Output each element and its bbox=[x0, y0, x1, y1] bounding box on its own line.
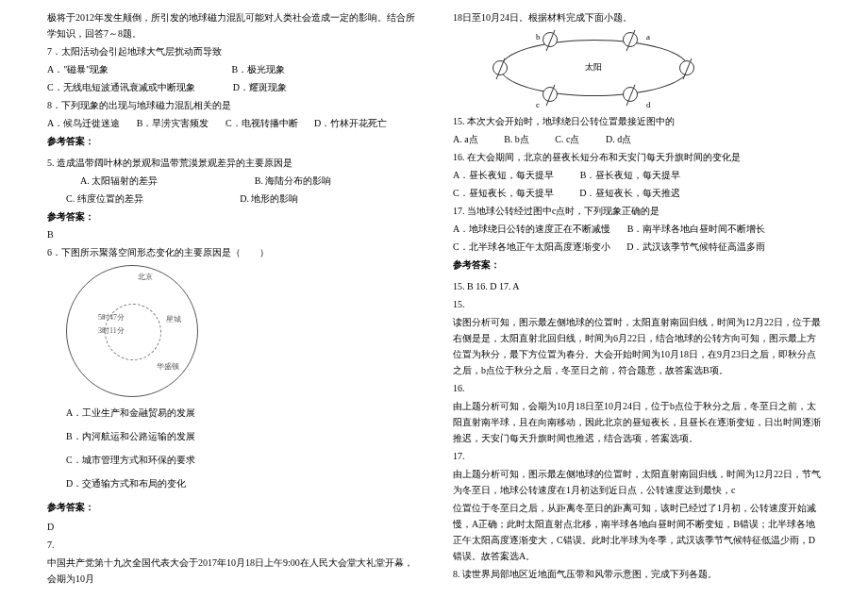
opt-6a: A．工业生产和金融贸易的发展 bbox=[47, 405, 415, 421]
opt-16b: B．昼长夜短，每天提早 bbox=[580, 170, 681, 180]
fig-label-time1: 5时47分 bbox=[98, 311, 125, 324]
opt-5b: B. 海陆分布的影响 bbox=[255, 175, 332, 186]
map-figure: 北京 星城 华盛顿 5时47分 3时11分 bbox=[66, 265, 198, 397]
q8-footer: 8. 读世界局部地区近地面气压带和风带示意图，完成下列各题。 bbox=[453, 566, 821, 582]
reference-answer-label-3: 参考答案： bbox=[47, 499, 415, 515]
opt-7c: C．无线电短波通讯衰减或中断现象 bbox=[47, 79, 195, 95]
opt-5d: D. 地形的影响 bbox=[240, 193, 298, 204]
fig-label-huashengdun: 华盛顿 bbox=[157, 360, 179, 373]
orbit-figure: 太阳 a b c d bbox=[491, 30, 698, 106]
q7-options-row2: C．无线电短波通讯衰减或中断现象 D．耀斑现象 bbox=[47, 79, 415, 95]
q7-footer-text: 中国共产党第十九次全国代表大会于2017年10月18日上午9:00在人民大会堂大… bbox=[47, 555, 415, 587]
orbit-b: b bbox=[536, 30, 541, 44]
q5-row1: A. 太阳辐射的差异 B. 海陆分布的影响 bbox=[47, 173, 415, 189]
cont-text: 18日至10月24日。根据材料完成下面小题。 bbox=[453, 9, 821, 25]
question-5: 5. 造成温带阔叶林的景观和温带荒漠景观差异的主要原因是 bbox=[47, 155, 415, 171]
a15-text: 读图分析可知，图示最左侧地球的位置时，太阳直射南回归线，时间为12月22日，位于… bbox=[453, 314, 821, 378]
opt-16d: D．昼短夜长，每天推迟 bbox=[579, 188, 680, 198]
opt-17a: A．地球绕日公转的速度正在不断减慢 bbox=[453, 224, 610, 234]
opt-8d: D．竹林开花死亡 bbox=[314, 118, 387, 128]
fig-label-xingcheng: 星城 bbox=[166, 313, 181, 326]
question-7: 7．太阳活动会引起地球大气层扰动而导致 bbox=[47, 43, 415, 59]
opt-8a: A．候鸟迁徙迷途 bbox=[47, 118, 120, 128]
q8-options: A．候鸟迁徙迷途 B．旱涝灾害频发 C．电视转播中断 D．竹林开花死亡 bbox=[47, 115, 415, 131]
opt-15a: A. a点 bbox=[453, 134, 478, 144]
document-page: 极将于2012年发生颠倒，所引发的地球磁力混乱可能对人类社会造成一定的影响。结合… bbox=[0, 0, 868, 598]
intro-text: 极将于2012年发生颠倒，所引发的地球磁力混乱可能对人类社会造成一定的影响。结合… bbox=[47, 9, 415, 41]
orbit-a: a bbox=[646, 30, 650, 44]
q7-options-row1: A．"磁暴"现象 B．极光现象 bbox=[47, 61, 415, 77]
answer-3: D bbox=[47, 519, 415, 535]
opt-6b: B．内河航运和公路运输的发展 bbox=[47, 428, 415, 444]
question-8: 8．下列现象的出现与地球磁力混乱相关的是 bbox=[47, 97, 415, 113]
reference-answer-label-1: 参考答案： bbox=[47, 133, 415, 149]
opt-7a: A．"磁暴"现象 bbox=[47, 61, 108, 77]
fig-label-time2: 3时11分 bbox=[98, 324, 125, 338]
q16-row1: A．昼长夜短，每天提早 B．昼长夜短，每天提早 bbox=[453, 167, 821, 183]
question-6: 6．下图所示聚落空间形态变化的主要原因是（ ） bbox=[47, 244, 415, 260]
opt-16c: C．昼短夜长，每天提早 bbox=[453, 188, 554, 198]
reference-answer-label-4: 参考答案： bbox=[453, 257, 821, 273]
opt-8b: B．旱涝灾害频发 bbox=[137, 118, 209, 128]
q17-row1: A．地球绕日公转的速度正在不断减慢 B．南半球各地白昼时间不断增长 bbox=[453, 221, 821, 237]
opt-7b: B．极光现象 bbox=[231, 61, 285, 77]
a17-num: 17. bbox=[453, 448, 821, 464]
a16-text: 由上题分析可知，会期为10月18日至10月24日，位于b点位于秋分之后，冬至日之… bbox=[453, 398, 821, 446]
right-column: 18日至10月24日。根据材料完成下面小题。 太阳 a b c d 15. 本次… bbox=[453, 9, 821, 589]
left-column: 极将于2012年发生颠倒，所引发的地球磁力混乱可能对人类社会造成一定的影响。结合… bbox=[47, 9, 415, 589]
opt-17b: B．南半球各地白昼时间不断增长 bbox=[627, 224, 766, 234]
a17-text: 由上题分析可知，图示最左侧地球的位置时，太阳直射南回归线，时间为12月22日，节… bbox=[453, 466, 821, 498]
fig-label-beijing: 北京 bbox=[138, 271, 153, 284]
opt-5a: A. 太阳辐射的差异 bbox=[80, 175, 158, 186]
question-16: 16. 在大会期间，北京的昼夜长短分布和天安门每天升旗时间的变化是 bbox=[453, 149, 821, 165]
question-15: 15. 本次大会开始时，地球绕日公转位置最接近图中的 bbox=[453, 113, 821, 129]
opt-7d: D．耀斑现象 bbox=[233, 79, 287, 95]
question-17: 17. 当地球公转经过图中c点时，下列现象正确的是 bbox=[453, 203, 821, 219]
answer-2: B bbox=[47, 226, 415, 242]
opt-5c: C. 纬度位置的差异 bbox=[66, 193, 143, 204]
orbit-c: c bbox=[536, 98, 540, 112]
opt-6c: C．城市管理方式和环保的要求 bbox=[47, 452, 415, 468]
q5-row2: C. 纬度位置的差异 D. 地形的影响 bbox=[47, 191, 415, 207]
opt-17d: D．武汉该季节气候特征高温多雨 bbox=[626, 241, 765, 252]
orbit-d: d bbox=[646, 98, 651, 112]
orbit-sun: 太阳 bbox=[585, 60, 602, 75]
q7-footer-num: 7. bbox=[47, 537, 415, 553]
q16-row2: C．昼短夜长，每天提早 D．昼短夜长，每天推迟 bbox=[453, 185, 821, 201]
opt-15c: C. c点 bbox=[555, 134, 579, 144]
opt-6d: D．交通输方式和布局的变化 bbox=[47, 475, 415, 491]
opt-17c: C．北半球各地正午太阳高度逐渐变小 bbox=[453, 241, 610, 252]
a15-num: 15. bbox=[453, 296, 821, 312]
a17-text2: 位置位于冬至日之后，从距离冬至日的距离可知，该时已经过了1月初，公转速度开始减慢… bbox=[453, 500, 821, 564]
answers-15-17: 15. B 16. D 17. A bbox=[453, 278, 821, 294]
opt-16a: A．昼长夜短，每天提早 bbox=[453, 170, 554, 180]
a16-num: 16. bbox=[453, 380, 821, 396]
opt-15b: B. b点 bbox=[504, 134, 529, 144]
opt-8c: C．电视转播中断 bbox=[225, 118, 298, 128]
q15-options: A. a点 B. b点 C. c点 D. d点 bbox=[453, 131, 821, 147]
q17-row2: C．北半球各地正午太阳高度逐渐变小 D．武汉该季节气候特征高温多雨 bbox=[453, 239, 821, 255]
opt-15d: D. d点 bbox=[606, 134, 631, 144]
reference-answer-label-2: 参考答案： bbox=[47, 208, 415, 224]
